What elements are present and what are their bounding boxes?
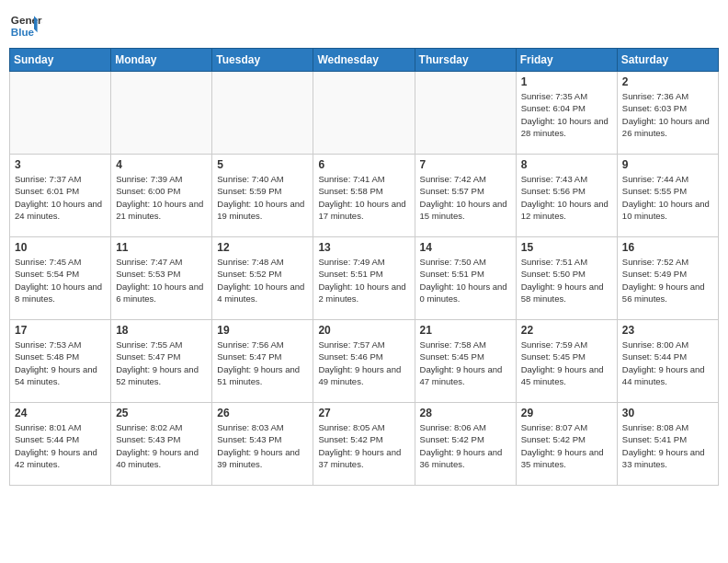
- day-number: 16: [622, 241, 713, 254]
- calendar-week-row: 1Sunrise: 7:35 AMSunset: 6:04 PMDaylight…: [10, 72, 719, 155]
- day-info: Sunrise: 7:40 AMSunset: 5:59 PMDaylight:…: [217, 173, 308, 222]
- day-info: Sunrise: 8:03 AMSunset: 5:43 PMDaylight:…: [217, 421, 308, 470]
- page-header: General Blue: [9, 9, 719, 42]
- calendar-cell: [313, 72, 415, 155]
- day-of-week-header: Friday: [516, 49, 617, 72]
- day-info: Sunrise: 8:08 AMSunset: 5:41 PMDaylight:…: [622, 421, 713, 470]
- day-info: Sunrise: 7:50 AMSunset: 5:51 PMDaylight:…: [420, 256, 511, 304]
- calendar-cell: 25Sunrise: 8:02 AMSunset: 5:43 PMDayligh…: [111, 403, 212, 486]
- calendar-cell: 16Sunrise: 7:52 AMSunset: 5:49 PMDayligh…: [617, 237, 718, 320]
- day-info: Sunrise: 7:51 AMSunset: 5:50 PMDaylight:…: [521, 256, 612, 304]
- day-number: 9: [622, 158, 713, 171]
- calendar-cell: 22Sunrise: 7:59 AMSunset: 5:45 PMDayligh…: [516, 320, 617, 403]
- day-info: Sunrise: 7:53 AMSunset: 5:48 PMDaylight:…: [15, 339, 106, 387]
- calendar-cell: 24Sunrise: 8:01 AMSunset: 5:44 PMDayligh…: [10, 403, 111, 486]
- calendar-cell: 29Sunrise: 8:07 AMSunset: 5:42 PMDayligh…: [516, 403, 617, 486]
- calendar-cell: 14Sunrise: 7:50 AMSunset: 5:51 PMDayligh…: [415, 237, 516, 320]
- day-number: 7: [420, 158, 511, 171]
- day-number: 28: [420, 407, 511, 419]
- calendar-cell: 12Sunrise: 7:48 AMSunset: 5:52 PMDayligh…: [212, 237, 313, 320]
- day-of-week-header: Wednesday: [313, 49, 415, 72]
- day-info: Sunrise: 7:35 AMSunset: 6:04 PMDaylight:…: [521, 90, 612, 139]
- calendar-cell: 17Sunrise: 7:53 AMSunset: 5:48 PMDayligh…: [10, 320, 111, 403]
- calendar-cell: [111, 72, 212, 155]
- day-of-week-header: Monday: [111, 49, 212, 72]
- day-info: Sunrise: 8:00 AMSunset: 5:44 PMDaylight:…: [622, 339, 713, 387]
- day-number: 26: [217, 407, 308, 419]
- calendar-cell: 27Sunrise: 8:05 AMSunset: 5:42 PMDayligh…: [313, 403, 415, 486]
- calendar-cell: 20Sunrise: 7:57 AMSunset: 5:46 PMDayligh…: [313, 320, 415, 403]
- svg-text:Blue: Blue: [11, 26, 35, 38]
- day-info: Sunrise: 7:47 AMSunset: 5:53 PMDaylight:…: [116, 256, 207, 304]
- day-info: Sunrise: 7:52 AMSunset: 5:49 PMDaylight:…: [622, 256, 713, 304]
- calendar-week-row: 24Sunrise: 8:01 AMSunset: 5:44 PMDayligh…: [10, 403, 719, 486]
- calendar-cell: 15Sunrise: 7:51 AMSunset: 5:50 PMDayligh…: [516, 237, 617, 320]
- day-number: 2: [622, 75, 713, 88]
- calendar-cell: 2Sunrise: 7:36 AMSunset: 6:03 PMDaylight…: [617, 72, 718, 155]
- day-number: 27: [318, 407, 409, 419]
- calendar-cell: 9Sunrise: 7:44 AMSunset: 5:55 PMDaylight…: [617, 155, 718, 237]
- calendar-cell: 5Sunrise: 7:40 AMSunset: 5:59 PMDaylight…: [212, 155, 313, 237]
- day-info: Sunrise: 7:49 AMSunset: 5:51 PMDaylight:…: [318, 256, 409, 304]
- day-info: Sunrise: 7:45 AMSunset: 5:54 PMDaylight:…: [15, 256, 106, 304]
- calendar-cell: [10, 72, 111, 155]
- day-number: 5: [217, 158, 308, 171]
- day-info: Sunrise: 7:57 AMSunset: 5:46 PMDaylight:…: [318, 339, 409, 387]
- calendar-week-row: 10Sunrise: 7:45 AMSunset: 5:54 PMDayligh…: [10, 237, 719, 320]
- day-number: 8: [521, 158, 612, 171]
- calendar-week-row: 17Sunrise: 7:53 AMSunset: 5:48 PMDayligh…: [10, 320, 719, 403]
- day-of-week-header: Thursday: [415, 49, 516, 72]
- day-info: Sunrise: 8:05 AMSunset: 5:42 PMDaylight:…: [318, 421, 409, 470]
- svg-text:General: General: [11, 14, 42, 26]
- day-number: 1: [521, 75, 612, 88]
- day-info: Sunrise: 7:44 AMSunset: 5:55 PMDaylight:…: [622, 173, 713, 222]
- day-info: Sunrise: 8:06 AMSunset: 5:42 PMDaylight:…: [420, 421, 511, 470]
- day-number: 11: [116, 241, 207, 254]
- day-info: Sunrise: 7:42 AMSunset: 5:57 PMDaylight:…: [420, 173, 511, 222]
- day-number: 19: [217, 324, 308, 337]
- calendar-cell: 30Sunrise: 8:08 AMSunset: 5:41 PMDayligh…: [617, 403, 718, 486]
- logo-icon: General Blue: [9, 9, 42, 42]
- day-info: Sunrise: 7:48 AMSunset: 5:52 PMDaylight:…: [217, 256, 308, 304]
- day-number: 15: [521, 241, 612, 254]
- calendar-cell: 6Sunrise: 7:41 AMSunset: 5:58 PMDaylight…: [313, 155, 415, 237]
- day-info: Sunrise: 7:43 AMSunset: 5:56 PMDaylight:…: [521, 173, 612, 222]
- calendar-table: SundayMondayTuesdayWednesdayThursdayFrid…: [9, 48, 719, 486]
- day-info: Sunrise: 7:58 AMSunset: 5:45 PMDaylight:…: [420, 339, 511, 387]
- day-number: 6: [318, 158, 409, 171]
- calendar-week-row: 3Sunrise: 7:37 AMSunset: 6:01 PMDaylight…: [10, 155, 719, 237]
- day-info: Sunrise: 8:01 AMSunset: 5:44 PMDaylight:…: [15, 421, 106, 470]
- day-info: Sunrise: 7:36 AMSunset: 6:03 PMDaylight:…: [622, 90, 713, 139]
- day-of-week-header: Tuesday: [212, 49, 313, 72]
- calendar-cell: [212, 72, 313, 155]
- calendar-header-row: SundayMondayTuesdayWednesdayThursdayFrid…: [10, 49, 719, 72]
- day-of-week-header: Saturday: [617, 49, 718, 72]
- calendar-cell: 10Sunrise: 7:45 AMSunset: 5:54 PMDayligh…: [10, 237, 111, 320]
- day-info: Sunrise: 7:55 AMSunset: 5:47 PMDaylight:…: [116, 339, 207, 387]
- calendar-cell: 7Sunrise: 7:42 AMSunset: 5:57 PMDaylight…: [415, 155, 516, 237]
- day-number: 12: [217, 241, 308, 254]
- day-number: 24: [15, 407, 106, 419]
- day-number: 29: [521, 407, 612, 419]
- day-of-week-header: Sunday: [10, 49, 111, 72]
- day-info: Sunrise: 7:56 AMSunset: 5:47 PMDaylight:…: [217, 339, 308, 387]
- day-info: Sunrise: 7:59 AMSunset: 5:45 PMDaylight:…: [521, 339, 612, 387]
- day-number: 23: [622, 324, 713, 337]
- day-number: 14: [420, 241, 511, 254]
- day-number: 17: [15, 324, 106, 337]
- day-number: 4: [116, 158, 207, 171]
- day-number: 18: [116, 324, 207, 337]
- day-info: Sunrise: 7:39 AMSunset: 6:00 PMDaylight:…: [116, 173, 207, 222]
- calendar-cell: 8Sunrise: 7:43 AMSunset: 5:56 PMDaylight…: [516, 155, 617, 237]
- day-number: 3: [15, 158, 106, 171]
- day-number: 25: [116, 407, 207, 419]
- calendar-cell: 11Sunrise: 7:47 AMSunset: 5:53 PMDayligh…: [111, 237, 212, 320]
- calendar-cell: 19Sunrise: 7:56 AMSunset: 5:47 PMDayligh…: [212, 320, 313, 403]
- day-info: Sunrise: 8:07 AMSunset: 5:42 PMDaylight:…: [521, 421, 612, 470]
- logo: General Blue: [9, 9, 42, 42]
- day-info: Sunrise: 7:41 AMSunset: 5:58 PMDaylight:…: [318, 173, 409, 222]
- day-info: Sunrise: 7:37 AMSunset: 6:01 PMDaylight:…: [15, 173, 106, 222]
- calendar-cell: 1Sunrise: 7:35 AMSunset: 6:04 PMDaylight…: [516, 72, 617, 155]
- day-number: 22: [521, 324, 612, 337]
- day-number: 30: [622, 407, 713, 419]
